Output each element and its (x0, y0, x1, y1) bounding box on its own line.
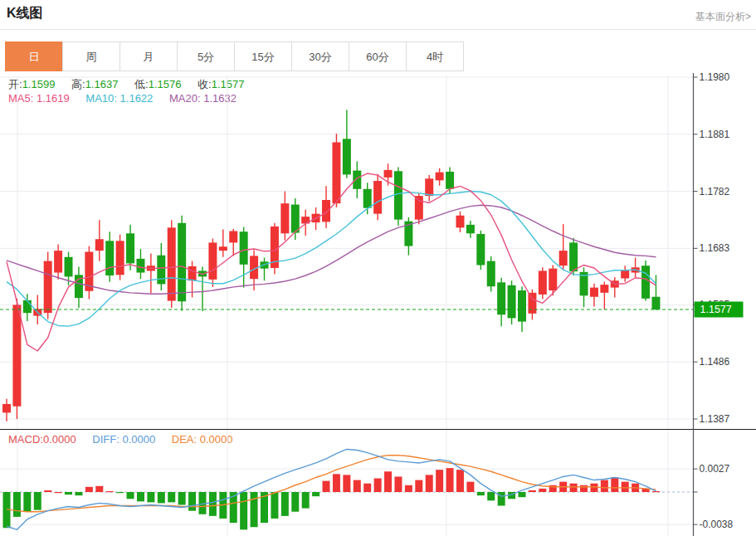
candle-body (559, 251, 568, 266)
current-price-tag: 1.1577 (695, 301, 744, 317)
candle-body (446, 172, 454, 189)
candle-body (508, 285, 516, 319)
macd-bar (354, 480, 361, 492)
price-tick-label: 1.1683 (700, 242, 730, 254)
macd-bar (95, 486, 103, 492)
candle-body (23, 300, 32, 313)
tab-15分[interactable]: 15分 (234, 41, 292, 71)
macd-bar (281, 492, 289, 516)
macd-bar (302, 492, 310, 509)
tab-日[interactable]: 日 (5, 41, 63, 71)
candle-body (415, 196, 423, 219)
macd-bar (209, 492, 217, 516)
candle-body (178, 223, 186, 301)
macd-bar (622, 482, 629, 492)
macd-bar (271, 492, 278, 519)
candle-body (54, 251, 62, 272)
macd-layer (0, 449, 693, 529)
candle-body (229, 231, 237, 243)
macd-bar (384, 471, 392, 492)
price-tick-label: 1.1881 (700, 129, 730, 140)
macd-tick-label: 0.0027 (700, 463, 730, 475)
candle-body (280, 203, 289, 233)
candle-body (549, 269, 557, 290)
candle-body (208, 242, 217, 279)
macd-bar (477, 492, 485, 495)
macd-bar (601, 480, 608, 492)
candle-body (425, 178, 433, 196)
candle-body (466, 225, 475, 233)
candle-body (384, 170, 393, 178)
macd-bar (436, 470, 443, 492)
candle-body (12, 305, 21, 406)
candle-body (569, 242, 578, 271)
macd-bar (519, 492, 526, 497)
candle-body (126, 233, 134, 263)
macd-bar (590, 484, 597, 492)
fundamental-analysis-link[interactable]: 基本面分析> (695, 10, 751, 24)
candle-body (394, 171, 402, 219)
candle-body (240, 231, 248, 265)
candle-body (528, 293, 536, 314)
candle-body (136, 259, 144, 273)
tab-4时[interactable]: 4时 (406, 41, 464, 71)
macd-bar (498, 492, 505, 505)
tab-月[interactable]: 月 (119, 41, 178, 71)
tab-60分[interactable]: 60分 (349, 41, 407, 71)
candle-body (518, 290, 526, 322)
candle-body (436, 173, 444, 181)
ma10-line (7, 192, 656, 327)
candle-body (105, 241, 114, 275)
kline-chart-svg[interactable]: 1.19801.18811.17821.16831.15851.14861.13… (0, 73, 756, 536)
macd-bar (85, 487, 93, 492)
tab-30分[interactable]: 30分 (291, 41, 349, 71)
macd-bar (291, 492, 299, 512)
macd-bar (13, 492, 21, 517)
macd-tick-label: -0.0038 (700, 519, 734, 530)
tab-周[interactable]: 周 (62, 41, 120, 71)
candle-body (332, 143, 340, 204)
macd-bar (178, 492, 186, 504)
macd-bar (106, 491, 114, 492)
macd-bar (405, 485, 412, 492)
header-divider (0, 29, 756, 30)
price-tick-label: 1.1782 (700, 186, 730, 197)
tab-5分[interactable]: 5分 (177, 41, 235, 71)
macd-bar (147, 492, 154, 502)
macd-bar (188, 492, 196, 511)
candle-body (476, 234, 485, 266)
macd-bar (539, 489, 546, 492)
macd-bar (312, 492, 319, 496)
macd-bar (44, 490, 51, 492)
macd-bar (415, 480, 422, 492)
macd-bar (65, 492, 72, 495)
macd-bar (374, 479, 382, 492)
period-tabbar: 日周月5分15分30分60分4时 (6, 41, 464, 71)
macd-bar (116, 492, 124, 493)
chart-area[interactable]: 1.19801.18811.17821.16831.15851.14861.13… (0, 73, 756, 536)
candle-body (600, 285, 608, 293)
diff-line (7, 449, 656, 529)
kline-page: K线图 基本面分析> 日周月5分15分30分60分4时 开:1.1599 高:1… (0, 0, 756, 536)
ma-lines-layer (7, 173, 656, 351)
macd-bar (240, 492, 247, 529)
candle-body (116, 241, 124, 275)
candle-body (539, 270, 547, 294)
macd-bar (127, 492, 134, 499)
price-tick-label: 1.1980 (700, 73, 730, 83)
candle-body (322, 200, 330, 222)
candle-body (44, 261, 52, 314)
macd-bar (580, 485, 588, 492)
macd-bar (55, 492, 62, 493)
candle-body (343, 139, 351, 174)
price-tick-label: 1.1486 (700, 356, 730, 368)
macd-bar (487, 492, 495, 500)
macd-bar (529, 490, 536, 492)
macd-bar (466, 482, 474, 492)
candle-body (2, 404, 11, 412)
ma20-line (7, 205, 656, 294)
candle-body (373, 181, 382, 214)
macd-bar (168, 492, 175, 502)
candle-body (168, 227, 176, 300)
current-price-value: 1.1577 (700, 304, 732, 315)
